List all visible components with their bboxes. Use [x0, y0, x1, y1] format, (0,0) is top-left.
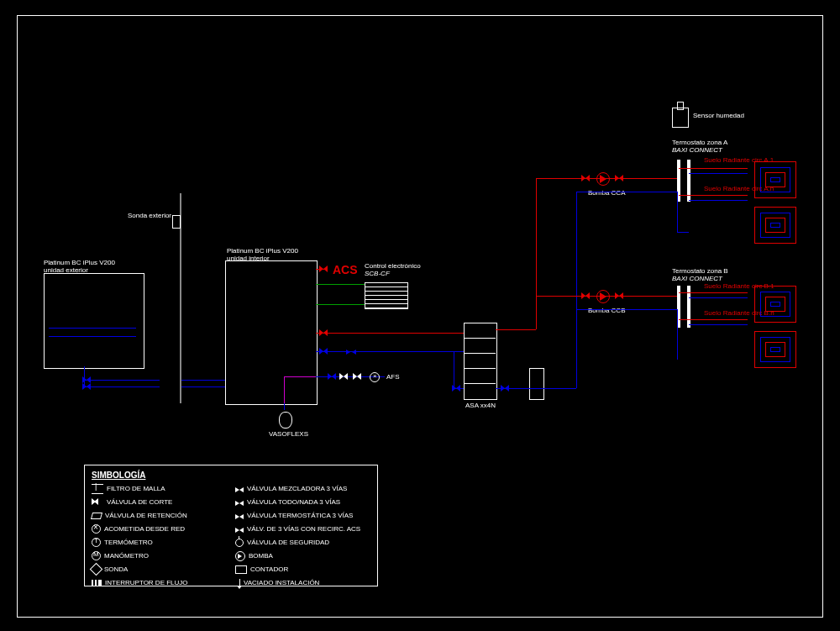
zoneB-blue — [576, 309, 677, 310]
magenta-drain-h — [284, 376, 316, 377]
buf-r-out — [496, 329, 536, 330]
supply-icon — [92, 524, 101, 534]
radA1-r — [679, 168, 748, 169]
buf-b-in-v — [454, 351, 454, 388]
radB1-b — [689, 297, 748, 298]
legend-item: VACIADO INSTALACIÓN — [244, 579, 319, 586]
vasoflex-label: VASOFLEXS — [269, 430, 308, 438]
zoneB-return-v — [677, 309, 678, 360]
pipe-blue-ext1 — [84, 380, 160, 381]
spiralAn — [754, 207, 796, 244]
flow-switch-icon — [92, 580, 102, 586]
thermoB-label1: Termostato zona B — [672, 267, 728, 275]
radAn-r — [679, 195, 748, 196]
3way-valve — [346, 347, 356, 357]
outdoor-unit — [44, 273, 144, 369]
buf-r-in — [454, 333, 464, 334]
legend-item: VÁLVULA MEZCLADORA 3 VÍAS — [247, 485, 347, 492]
legend-item: VÁLV. DE 3 VÍAS CON RECIRC. ACS — [247, 525, 360, 533]
zoneA-valve1 — [581, 175, 590, 181]
thermoA-label2: BAXI CONNECT — [672, 146, 722, 154]
radiator-symbol — [365, 282, 408, 309]
legend-item: VÁLVULA TODO/NADA 3 VÍAS — [247, 498, 340, 506]
radB1-r — [679, 292, 748, 293]
green-pipe-1 — [316, 284, 365, 285]
afs-valve3 — [353, 373, 361, 380]
recirc-valve-icon — [235, 525, 244, 534]
radBn-b — [689, 324, 748, 325]
buffer-side-box — [529, 368, 544, 400]
legend-simbologia: SIMBOLOGÍA FILTRO DE MALLA VÁLVULA DE CO… — [84, 465, 378, 586]
indoor-unit-label1: Platinum BC iPlus V200 — [227, 247, 298, 255]
afs-valve1 — [328, 373, 336, 380]
outdoor-unit-label2: unidad exterior — [44, 266, 88, 274]
zoneB-pump — [596, 290, 610, 303]
radBn-label: Suelo Radiante circ B.n — [704, 309, 774, 317]
zoneB-pump-label: Bomba CCB — [588, 307, 625, 314]
humidity-sensor-label: Sensor humedad — [693, 112, 744, 119]
pipe-red-main — [316, 333, 464, 334]
legend-item: VÁLVULA DE RETENCIÓN — [105, 512, 187, 519]
buffer-tank — [464, 323, 497, 400]
zoneA-pump-label: Bomba CCA — [588, 189, 625, 197]
spiralA1 — [754, 161, 796, 198]
drain-icon — [239, 579, 240, 587]
filter-icon — [92, 484, 103, 494]
pipe-blue-ext2 — [181, 380, 225, 381]
legend-col-1: FILTRO DE MALLA VÁLVULA DE CORTE VÁLVULA… — [92, 483, 227, 591]
riser-red — [536, 178, 537, 329]
buffer-div2 — [464, 353, 496, 354]
legend-item: CONTADOR — [250, 565, 288, 573]
buffer-div4 — [464, 383, 496, 384]
legend-item: BOMBA — [249, 552, 273, 560]
outdoor-fill-line2 — [49, 328, 136, 329]
pipe-blue-main — [316, 351, 464, 352]
legend-item: VÁLVULA DE CORTE — [107, 498, 172, 506]
legend-item: ACOMETIDA DESDE RED — [104, 525, 185, 533]
exterior-probe-box — [172, 215, 181, 229]
humidity-sensor — [672, 108, 689, 128]
legend-item: FILTRO DE MALLA — [107, 485, 165, 492]
pipe-blue-ext3 — [84, 386, 160, 387]
zoneA-return-v — [677, 192, 678, 232]
radAn-label: Suelo Radiante circ A.n — [704, 185, 774, 192]
thermoA-label1: Termostato zona A — [672, 139, 727, 146]
thermometer-icon — [92, 538, 101, 547]
zoneB-valve1 — [581, 292, 590, 299]
afs-valve2 — [339, 373, 348, 380]
buf-valve-b — [452, 385, 460, 392]
zoneA-valve2 — [615, 175, 623, 181]
valve-icon — [92, 498, 103, 507]
meter-icon — [235, 565, 247, 574]
check-valve-icon — [91, 513, 102, 519]
radAn-b — [689, 200, 748, 201]
pump-icon — [235, 551, 245, 561]
control-label1: Control electrónico — [365, 262, 421, 270]
indoor-unit — [225, 260, 318, 405]
control-label2: SCB-CF — [365, 270, 390, 277]
zoneA-pump — [596, 172, 610, 186]
thermo-valve-icon — [235, 512, 244, 520]
legend-item: MANÓMETRO — [104, 552, 149, 560]
spiralBn — [754, 331, 796, 368]
zoneB-valve2 — [615, 292, 623, 299]
buffer-div3 — [464, 368, 496, 369]
onoff-valve-icon — [235, 498, 244, 507]
zoneA-return-h — [677, 232, 689, 233]
legend-item: TERMÓMETRO — [104, 539, 153, 546]
radA1-b — [689, 173, 748, 174]
legend-item: INTERRUPTOR DE FLUJO — [105, 579, 188, 586]
mix-valve-icon — [235, 485, 244, 493]
riser-blue — [576, 192, 577, 388]
vaso-stub — [284, 403, 285, 410]
pipe-blue-ext-v — [84, 366, 85, 386]
indoor-unit-label2: unidad interior — [227, 255, 270, 262]
buffer-label: ASA xx4N — [465, 402, 496, 409]
valve-red-out — [319, 329, 328, 336]
legend-item: VÁLVULA TERMOSTÁTICA 3 VÍAS — [247, 512, 353, 519]
exterior-probe-label: Sonda exterior — [128, 212, 171, 219]
legend-item: SONDA — [104, 565, 128, 573]
acs-label: ACS — [333, 263, 358, 276]
valve-blue-out — [319, 348, 328, 355]
legend-item: VÁLVULA DE SEGURIDAD — [247, 539, 329, 546]
